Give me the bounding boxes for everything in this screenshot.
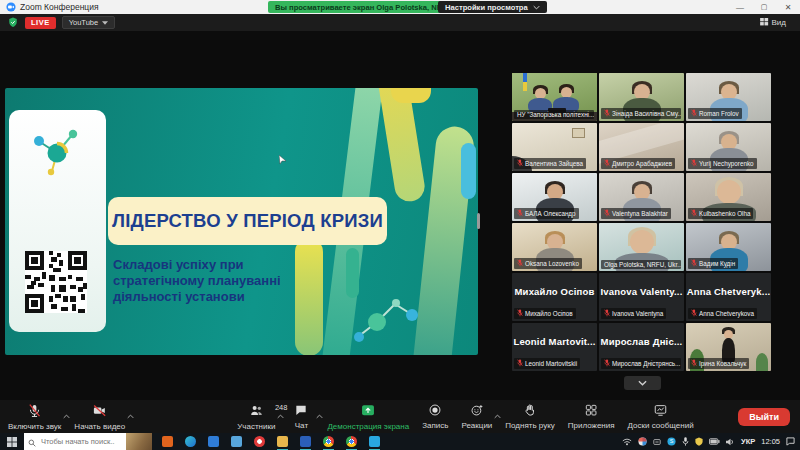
- muted-mic-icon: [517, 209, 523, 218]
- participant-name-label: Olga Polotska, NRFU, Ukr...: [601, 260, 681, 269]
- participant-big-name: Leonid Martovit...: [512, 336, 597, 347]
- close-button[interactable]: ✕: [776, 0, 800, 14]
- participant-tile[interactable]: Михайло ОсіповМихайло Осіпов: [512, 273, 597, 321]
- action-center-icon[interactable]: [786, 437, 795, 446]
- tray-updates-icon[interactable]: [653, 438, 661, 446]
- muted-mic-icon: [691, 159, 697, 168]
- taskbar-icon-opera[interactable]: [254, 436, 265, 447]
- view-mode-button[interactable]: Вид: [754, 17, 792, 29]
- participant-name-label: Мирослав Дністрянсь...: [601, 358, 681, 369]
- taskbar-icon-word[interactable]: [300, 436, 311, 447]
- participant-tile[interactable]: Roman Frolov: [686, 73, 771, 121]
- taskbar-icon-explorer[interactable]: [277, 436, 288, 447]
- slide-side-card: [9, 110, 106, 332]
- participant-tile[interactable]: Valentyna Balakhtar: [599, 173, 684, 221]
- participant-name-label: Anna Chetverykova: [688, 308, 757, 319]
- muted-mic-icon: [604, 209, 610, 218]
- muted-mic-icon: [691, 259, 697, 268]
- more-participants-button[interactable]: [624, 376, 661, 390]
- participant-tile[interactable]: Ivanova Valenty...Ivanova Valentyna: [599, 273, 684, 321]
- taskbar-search[interactable]: [24, 433, 152, 450]
- mouse-cursor: [279, 150, 286, 168]
- toolbar-mic-off-button[interactable]: Включить звук: [8, 403, 61, 431]
- participant-big-name: Мирослав Дніс...: [599, 336, 684, 347]
- search-icon: [28, 433, 36, 450]
- participant-tile[interactable]: Мирослав Дніс...Мирослав Дністрянсь...: [599, 323, 684, 371]
- language-indicator[interactable]: УКР: [741, 437, 755, 446]
- toolbar-raise-hand-button[interactable]: Поднять руку: [505, 403, 554, 430]
- taskbar-icon-mail[interactable]: [208, 436, 219, 447]
- tray-network-icon[interactable]: [622, 437, 632, 446]
- chevron-up-icon[interactable]: [277, 407, 284, 422]
- participant-tile[interactable]: Вадим Кудін: [686, 223, 771, 271]
- chevron-up-icon[interactable]: [63, 407, 70, 422]
- youtube-stream-dropdown[interactable]: YouTube: [62, 16, 115, 29]
- taskbar-icon-edge[interactable]: [185, 436, 196, 447]
- participant-name-label: Зінаіда Василівна Сму...: [601, 108, 681, 119]
- muted-mic-icon: [691, 109, 697, 118]
- toolbar-participants-button[interactable]: 248Участники: [237, 403, 275, 431]
- toolbar-apps-button[interactable]: Приложения: [568, 403, 615, 430]
- maximize-button[interactable]: ▢: [752, 0, 776, 14]
- whiteboard-icon: [653, 403, 668, 420]
- participant-tile[interactable]: НУ "Запорізька політехні...: [512, 73, 597, 121]
- windows-taskbar: SУКР12:05: [0, 433, 800, 450]
- chat-icon: [294, 403, 308, 420]
- title-bar: Zoom Конференция Вы просматриваете экран…: [0, 0, 800, 14]
- participant-tile[interactable]: Leonid Martovit...Leonid Martovitskii: [512, 323, 597, 371]
- participant-tile[interactable]: Olga Polotska, NRFU, Ukr...: [599, 223, 684, 271]
- toolbar-record-button[interactable]: Запись: [422, 403, 448, 430]
- meeting-info-bar: LIVE YouTube Вид: [0, 14, 800, 31]
- taskbar-icon-skype[interactable]: [369, 436, 380, 447]
- decor-bar: [391, 88, 431, 103]
- participant-tile[interactable]: Зінаіда Василівна Сму...: [599, 73, 684, 121]
- toolbar-share-screen-button[interactable]: Демонстрация экрана: [327, 403, 409, 431]
- taskbar-icon-store[interactable]: [162, 436, 173, 447]
- slide-title: ЛІДЕРСТВО У ПЕРІОД КРИЗИ: [112, 210, 383, 232]
- slide-subtitle: Складові успіху при стратегічному планув…: [113, 257, 281, 305]
- zoom-app-icon: [6, 0, 16, 16]
- participant-tile[interactable]: Anna Chetveryk...Anna Chetverykova: [686, 273, 771, 321]
- tray-browser-ball-icon[interactable]: [638, 437, 647, 446]
- meeting-toolbar: Включить звукНачать видео248УчастникиЧат…: [0, 400, 800, 433]
- participant-tile[interactable]: Oksana Lozovenko: [512, 223, 597, 271]
- chevron-up-icon[interactable]: [494, 407, 501, 422]
- participant-name-label: Михайло Осіпов: [514, 308, 576, 319]
- participant-tile[interactable]: Kulbashenko Olha: [686, 173, 771, 221]
- taskbar-icon-photos[interactable]: [231, 436, 242, 447]
- search-input[interactable]: [39, 436, 117, 447]
- shared-screen-slide: ЛІДЕРСТВО У ПЕРІОД КРИЗИ Складові успіху…: [5, 88, 478, 355]
- toolbar-chat-button[interactable]: Чат: [288, 403, 314, 430]
- view-settings-button[interactable]: Настройки просмотра: [438, 1, 547, 13]
- participant-name-label: Roman Frolov: [688, 108, 742, 119]
- start-button[interactable]: [0, 433, 24, 450]
- participant-name-label: Yurij Nechyporenko: [688, 158, 757, 169]
- toolbar-reactions-button[interactable]: Реакции: [461, 403, 492, 430]
- taskbar-icon-chrome[interactable]: [323, 436, 334, 447]
- taskbar-icon-chrome-2[interactable]: [346, 436, 357, 447]
- tray-shield-icon[interactable]: [695, 437, 703, 446]
- participant-name-label: БАЛА Олександр: [514, 208, 579, 219]
- scroll-handle[interactable]: [477, 213, 480, 229]
- tray-volume-icon[interactable]: [726, 438, 735, 446]
- minimize-button[interactable]: —: [728, 0, 752, 14]
- chevron-up-icon[interactable]: [316, 407, 323, 422]
- participant-tile[interactable]: Ірина Ковальчук: [686, 323, 771, 371]
- toolbar-whiteboard-button[interactable]: Доски сообщений: [628, 403, 694, 430]
- participant-name-label: НУ "Запорізька політехні...: [514, 110, 594, 119]
- chevron-up-icon[interactable]: [127, 407, 134, 422]
- participant-big-name: Ivanova Valenty...: [599, 286, 684, 297]
- leave-meeting-button[interactable]: Выйти: [738, 408, 790, 426]
- muted-mic-icon: [604, 359, 610, 368]
- participant-tile[interactable]: Дмитро Арабаджиев: [599, 123, 684, 171]
- tray-microphone-icon[interactable]: [682, 437, 689, 446]
- participant-tile[interactable]: Валентина Зайцева: [512, 123, 597, 171]
- taskbar-clock[interactable]: 12:05: [761, 437, 780, 446]
- tray-skype-icon[interactable]: S: [667, 437, 676, 446]
- tray-battery-icon[interactable]: [709, 438, 720, 445]
- organization-logo: [27, 122, 87, 188]
- participant-tile[interactable]: Yurij Nechyporenko: [686, 123, 771, 171]
- toolbar-video-off-button[interactable]: Начать видео: [74, 403, 125, 431]
- participant-tile[interactable]: БАЛА Олександр: [512, 173, 597, 221]
- live-badge: LIVE: [25, 17, 56, 29]
